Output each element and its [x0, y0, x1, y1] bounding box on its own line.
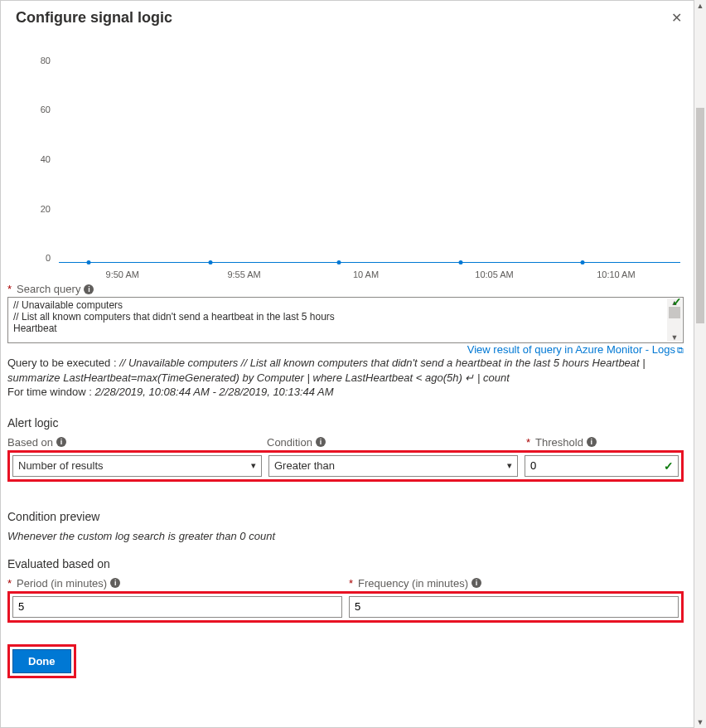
chevron-down-icon: ▾	[507, 460, 512, 471]
results-chart: 80 60 40 20 0 9:50 AM 9:55 AM 10 AM 10:0…	[7, 36, 684, 283]
footer: Done	[4, 644, 687, 678]
y-tick: 60	[41, 104, 51, 114]
condition-label: Condition i	[267, 436, 520, 449]
chevron-down-icon: ▾	[251, 460, 256, 471]
x-tick: 10 AM	[353, 269, 379, 279]
info-icon[interactable]: i	[587, 437, 597, 447]
view-results-link[interactable]: View result of query in Azure Monitor - …	[7, 343, 684, 356]
info-icon[interactable]: i	[56, 437, 66, 447]
condition-preview-heading: Condition preview	[7, 510, 684, 523]
period-input[interactable]	[12, 596, 342, 618]
search-query-input[interactable]: // Unavailable computers // List all kno…	[7, 297, 684, 343]
based-on-select[interactable]: Number of results ▾	[12, 455, 262, 477]
scroll-thumb[interactable]	[669, 307, 680, 318]
time-window: For time window : 2/28/2019, 10:08:44 AM…	[7, 385, 684, 400]
threshold-input[interactable]	[525, 455, 679, 477]
x-tick: 9:55 AM	[227, 269, 260, 279]
search-query-label: * Search query i	[7, 283, 94, 295]
alert-logic-section: Alert logic Based on i Condition i	[4, 416, 687, 482]
y-tick: 80	[41, 56, 51, 66]
evaluated-heading: Evaluated based on	[7, 557, 684, 570]
scroll-down-icon[interactable]: ▼	[667, 333, 682, 342]
check-icon: ✓	[664, 459, 674, 473]
external-link-icon: ⧉	[677, 345, 684, 355]
scroll-thumb[interactable]	[696, 108, 704, 323]
info-icon[interactable]: i	[84, 284, 94, 294]
period-label: * Period (in minutes) i	[7, 577, 342, 590]
alert-logic-highlight: Number of results ▾ Greater than ▾ ✓	[7, 450, 684, 482]
y-tick: 40	[41, 154, 51, 164]
search-query-section: * Search query i // Unavailable computer…	[4, 283, 687, 400]
y-tick: 0	[46, 253, 51, 263]
panel-content: 80 60 40 20 0 9:50 AM 9:55 AM 10 AM 10:0…	[1, 36, 694, 727]
panel-scrollbar[interactable]: ▲ ▼	[694, 0, 706, 728]
close-icon[interactable]: ✕	[671, 12, 682, 25]
configure-signal-logic-panel: Configure signal logic ✕ 80 60 40 20 0 9…	[0, 0, 694, 728]
y-tick: 20	[41, 204, 51, 214]
condition-preview-section: Condition preview Whenever the custom lo…	[4, 510, 687, 542]
done-button[interactable]: Done	[12, 649, 71, 673]
info-icon[interactable]: i	[471, 578, 481, 588]
based-on-label: Based on i	[7, 436, 260, 449]
info-icon[interactable]: i	[110, 578, 120, 588]
x-tick: 10:05 AM	[475, 269, 513, 279]
threshold-label: * Threshold i	[526, 436, 684, 449]
evaluated-section: Evaluated based on * Period (in minutes)…	[4, 557, 687, 623]
condition-select[interactable]: Greater than ▾	[268, 455, 518, 477]
evaluated-highlight	[7, 591, 684, 623]
x-tick: 10:10 AM	[597, 269, 635, 279]
condition-preview-text: Whenever the custom log search is greate…	[7, 530, 684, 542]
panel-title: Configure signal logic	[16, 9, 172, 27]
scroll-down-icon[interactable]: ▼	[694, 716, 706, 728]
frequency-input[interactable]	[349, 596, 679, 618]
alert-logic-heading: Alert logic	[7, 416, 684, 430]
x-tick: 9:50 AM	[106, 269, 139, 279]
query-to-execute: Query to be executed : // Unavailable co…	[7, 356, 684, 385]
scroll-up-icon[interactable]: ▲	[694, 0, 706, 12]
done-highlight: Done	[7, 644, 76, 678]
panel-header: Configure signal logic ✕	[1, 1, 694, 33]
check-icon: ✓	[672, 295, 682, 308]
chart-series-line	[59, 262, 680, 263]
frequency-label: * Frequency (in minutes) i	[349, 577, 684, 590]
info-icon[interactable]: i	[316, 437, 326, 447]
